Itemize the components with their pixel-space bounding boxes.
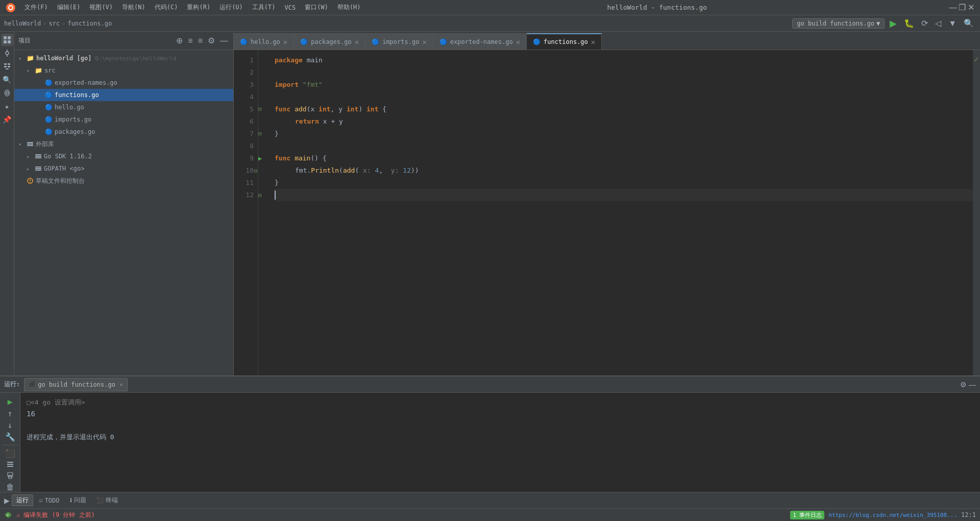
run-tab-item[interactable]: ⬛ go build functions.go ✕ xyxy=(24,378,128,391)
menu-navigate[interactable]: 导航(N) xyxy=(118,2,150,13)
ext-libs-label: 外部库 xyxy=(36,140,229,149)
run-trash-button[interactable]: 🗑 xyxy=(3,482,17,492)
fold-icon-11[interactable]: ⊟ xyxy=(258,190,266,202)
settings-button[interactable]: ⚙ xyxy=(207,35,216,46)
breadcrumb-src[interactable]: src xyxy=(48,20,60,27)
run-tab-close[interactable]: ✕ xyxy=(119,381,123,388)
hide-panel-button[interactable]: — xyxy=(219,35,229,46)
code-editor[interactable]: 1 2 3 4 5 6 7 8 9 10 11 12 xyxy=(234,50,980,375)
run-scroll-down-button[interactable]: ↓ xyxy=(3,420,17,430)
code-content[interactable]: package main import "fmt" func add(x int… xyxy=(266,50,973,375)
collapse-all-button[interactable]: ≡ xyxy=(187,35,193,46)
pin-icon[interactable]: 📌 xyxy=(1,113,13,126)
tree-item-hello[interactable]: ▸ 🔵 hello.go xyxy=(14,101,233,113)
tab-exported-names-go[interactable]: 🔵 exported-names.go ✕ xyxy=(433,33,527,50)
tree-item-gopath[interactable]: ▸ GOPATH <go> xyxy=(14,162,233,175)
project-view-icon[interactable] xyxy=(1,34,13,46)
expand-all-button[interactable]: ≡ xyxy=(197,35,204,46)
menu-view[interactable]: 视图(V) xyxy=(85,2,117,13)
run-scroll-up-button[interactable]: ↑ xyxy=(3,409,17,418)
menu-run[interactable]: 运行(U) xyxy=(215,2,247,13)
more-actions-button[interactable]: ▼ xyxy=(946,18,959,29)
code-line-7: } xyxy=(275,128,973,140)
run-config-selector[interactable]: go build functions.go ▼ xyxy=(792,18,885,29)
run-label: 运行: xyxy=(0,380,24,389)
run-list-button[interactable] xyxy=(3,460,17,469)
event-badge[interactable]: 1 事件日志 xyxy=(790,511,824,519)
fold-icon-7[interactable]: ⊟ xyxy=(258,128,266,140)
tree-item-exported-names[interactable]: ▸ 🔵 exported-names.go xyxy=(14,77,233,89)
fold-icon-5[interactable]: ⊟ xyxy=(258,103,266,115)
tree-item-gosdk[interactable]: ▸ Go SDK 1.16.2 xyxy=(14,150,233,162)
tree-item-functions[interactable]: ▸ 🔵 functions.go xyxy=(14,89,233,101)
tree-item-ext-libs[interactable]: ▾ 外部库 xyxy=(14,138,233,150)
tree-item-packages[interactable]: ▸ 🔵 packages.go xyxy=(14,126,233,138)
tab-close-hello[interactable]: ✕ xyxy=(283,38,287,45)
menu-tools[interactable]: 工具(T) xyxy=(248,2,280,13)
run-wrench-button[interactable]: 🔧 xyxy=(3,432,17,442)
maximize-button[interactable]: ❐ xyxy=(959,4,966,11)
code-line-11: } xyxy=(275,177,973,189)
search-everywhere-button[interactable]: 🔍 xyxy=(962,17,976,29)
settings-icon[interactable] xyxy=(1,87,13,99)
packages-label: packages.go xyxy=(55,128,229,135)
status-link[interactable]: https://blog.csdn.net/weixin_395108... xyxy=(828,512,957,518)
fold-icon-9[interactable]: ▶ ⊟ xyxy=(258,152,266,177)
tab-close-packages[interactable]: ✕ xyxy=(355,38,359,45)
svg-rect-29 xyxy=(7,464,13,465)
run-button[interactable]: ▶ xyxy=(888,17,899,30)
commit-icon[interactable] xyxy=(1,47,13,59)
run-complete-text: 进程完成，并显示退出代码 0 xyxy=(27,433,114,441)
bottom-run-button[interactable]: ▶ xyxy=(4,496,10,505)
tab-functions-go[interactable]: 🔵 functions.go ✕ xyxy=(527,33,602,50)
menu-code[interactable]: 代码(C) xyxy=(151,2,182,13)
tree-item-imports[interactable]: ▸ 🔵 imports.go xyxy=(14,113,233,126)
bottom-minimize-button[interactable]: — xyxy=(969,381,976,389)
tree-item-src[interactable]: ▾ 📁 src xyxy=(14,64,233,77)
tab-close-functions[interactable]: ✕ xyxy=(591,38,595,45)
app-logo-icon xyxy=(5,2,16,13)
bookmark-icon[interactable]: ★ xyxy=(1,100,13,112)
menu-file[interactable]: 文件(F) xyxy=(20,2,52,13)
close-button[interactable]: ✕ xyxy=(968,4,975,11)
problems-label: 问题 xyxy=(74,496,86,505)
bottom-settings-button[interactable]: ⚙ xyxy=(960,381,967,389)
todo-nav-tab[interactable]: ☑ TODO xyxy=(35,496,64,505)
status-right: 1 事件日志 https://blog.csdn.net/weixin_3951… xyxy=(790,511,976,519)
problems-nav-tab[interactable]: ℹ 问题 xyxy=(66,495,90,506)
run-stop-button[interactable]: ⬛ xyxy=(3,448,17,458)
minimize-button[interactable]: — xyxy=(949,4,957,11)
breadcrumb-project[interactable]: helloWorld xyxy=(4,20,41,27)
tab-label: functions.go xyxy=(544,38,588,45)
menu-vcs[interactable]: VCS xyxy=(281,3,300,12)
tree-item-helloworld[interactable]: ▾ 📁 helloWorld [go] D:\mynotes\go\helloW… xyxy=(14,52,233,64)
tab-close-imports[interactable]: ✕ xyxy=(422,38,426,45)
tree-item-drafts[interactable]: ▸ 草稿文件和控制台 xyxy=(14,175,233,187)
menu-edit[interactable]: 编辑(E) xyxy=(53,2,85,13)
window-title: helloWorld - functions.go xyxy=(607,4,707,11)
find-icon[interactable]: 🔍 xyxy=(1,74,13,86)
run-nav-tab[interactable]: 运行 xyxy=(12,494,33,506)
menu-refactor[interactable]: 重构(R) xyxy=(183,2,214,13)
tab-close-exported[interactable]: ✕ xyxy=(516,38,520,45)
run-with-coverage-button[interactable]: ⟳ xyxy=(919,17,930,29)
menu-window[interactable]: 窗口(W) xyxy=(301,2,332,13)
structure-icon[interactable] xyxy=(1,60,13,73)
go-file-icon: 🔵 xyxy=(45,91,53,99)
run-play-button[interactable]: ▶ xyxy=(3,397,17,407)
breadcrumb-file[interactable]: functions.go xyxy=(67,20,112,27)
new-file-button[interactable]: ⊕ xyxy=(175,35,184,46)
terminal-nav-tab[interactable]: ⬛ 终端 xyxy=(92,495,122,506)
debug-button[interactable]: 🐛 xyxy=(902,17,916,29)
bottom-panel-header: 运行: ⬛ go build functions.go ✕ ⚙ — xyxy=(0,376,980,393)
profile-button[interactable]: ◁ xyxy=(933,17,943,29)
activity-bar: 🔍 ★ 📌 xyxy=(0,32,14,375)
status-error-text[interactable]: ⚠ 编译失败 (9 分钟 之前) xyxy=(16,511,95,519)
run-config-dropdown-icon: ▼ xyxy=(876,20,880,27)
menu-help[interactable]: 帮助(H) xyxy=(333,2,365,13)
tab-imports-go[interactable]: 🔵 imports.go ✕ xyxy=(365,33,433,50)
tab-hello-go[interactable]: 🔵 hello.go ✕ xyxy=(234,33,294,50)
file-panel: 项目 ⊕ ≡ ≡ ⚙ — ▾ 📁 helloWorld [go] D:\myno… xyxy=(14,32,234,375)
tab-packages-go[interactable]: 🔵 packages.go ✕ xyxy=(294,33,365,50)
run-print-button[interactable] xyxy=(3,471,17,480)
